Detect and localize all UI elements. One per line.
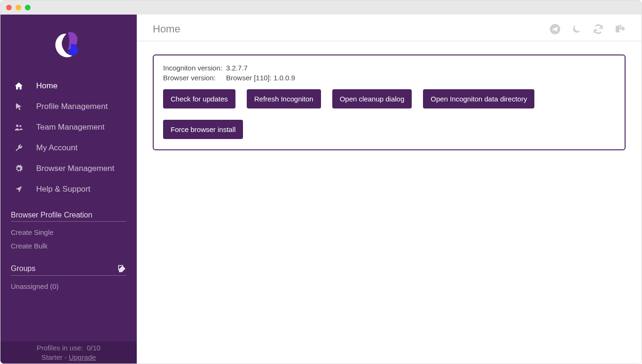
incogniton-version-label: Incogniton version: — [163, 64, 226, 72]
gear-icon — [13, 164, 25, 173]
profiles-in-use-value: 0/10 — [87, 344, 101, 352]
sidebar-item-label: Home — [36, 81, 57, 91]
separator: - — [63, 353, 69, 361]
topbar-icons — [549, 23, 626, 35]
app-body: Home Profile Management Team Management — [0, 15, 642, 364]
content: Home — [137, 15, 642, 364]
wrench-icon — [13, 144, 25, 152]
check-updates-button[interactable]: Check for updates — [163, 89, 235, 108]
group-unassigned-link[interactable]: Unassigned (0) — [11, 279, 126, 293]
version-info: Incogniton version: 3.2.7.7 Browser vers… — [163, 64, 615, 82]
users-icon — [13, 123, 25, 132]
sidebar-item-profile-management[interactable]: Profile Management — [0, 96, 137, 117]
section-title: Groups — [11, 264, 35, 273]
plan-name: Starter — [41, 353, 63, 361]
maximize-window-button[interactable] — [25, 5, 31, 10]
sidebar-section-profile-creation: Browser Profile Creation Create Single C… — [0, 211, 137, 253]
svg-point-1 — [19, 125, 21, 127]
open-cleanup-button[interactable]: Open cleanup dialog — [332, 89, 412, 108]
incogniton-logo-icon — [50, 29, 87, 66]
sidebar-nav: Home Profile Management Team Management — [0, 76, 137, 200]
sidebar-item-team-management[interactable]: Team Management — [0, 117, 137, 138]
browser-version-value: Browser [110]: 1.0.0.9 — [226, 74, 295, 82]
sidebar-item-label: My Account — [36, 143, 78, 153]
moon-icon[interactable] — [571, 23, 582, 35]
logout-icon[interactable] — [614, 23, 626, 35]
logo — [0, 15, 137, 76]
telegram-icon[interactable] — [549, 23, 561, 35]
topbar: Home — [137, 15, 642, 41]
refresh-incogniton-button[interactable]: Refresh Incogniton — [247, 89, 321, 108]
sidebar-item-my-account[interactable]: My Account — [0, 138, 137, 158]
sidebar-footer: Profiles in use: 0/10 Starter - Upgrade — [0, 341, 137, 364]
button-row: Check for updates Refresh Incogniton Ope… — [163, 89, 615, 139]
sidebar-item-label: Help & Support — [36, 185, 90, 194]
cursor-icon — [13, 102, 25, 111]
create-bulk-link[interactable]: Create Bulk — [11, 239, 126, 253]
minimize-window-button[interactable] — [16, 5, 21, 10]
open-data-directory-button[interactable]: Open Incogniton data directory — [423, 89, 534, 108]
page-title: Home — [153, 23, 180, 35]
section-title: Browser Profile Creation — [11, 211, 92, 219]
section-header: Groups — [11, 264, 126, 276]
sidebar-item-label: Browser Management — [36, 164, 114, 173]
home-icon — [13, 81, 25, 91]
profiles-in-use-label: Profiles in use: — [37, 344, 83, 352]
version-panel: Incogniton version: 3.2.7.7 Browser vers… — [153, 54, 626, 150]
location-arrow-icon — [13, 185, 25, 194]
sidebar-item-home[interactable]: Home — [0, 76, 137, 96]
force-browser-install-button[interactable]: Force browser install — [163, 120, 243, 139]
refresh-icon[interactable] — [593, 23, 604, 35]
incogniton-version-value: 3.2.7.7 — [226, 64, 248, 72]
sidebar-item-label: Team Management — [36, 123, 105, 132]
info-row-incogniton: Incogniton version: 3.2.7.7 — [163, 64, 615, 72]
sidebar: Home Profile Management Team Management — [0, 15, 137, 364]
edit-groups-icon[interactable] — [117, 264, 126, 273]
main-panel-area: Incogniton version: 3.2.7.7 Browser vers… — [137, 41, 642, 163]
upgrade-link[interactable]: Upgrade — [69, 353, 96, 361]
create-single-link[interactable]: Create Single — [11, 225, 126, 239]
info-row-browser: Browser version: Browser [110]: 1.0.0.9 — [163, 74, 615, 82]
sidebar-section-groups: Groups Unassigned (0) — [0, 264, 137, 293]
sidebar-item-help-support[interactable]: Help & Support — [0, 179, 137, 200]
browser-version-label: Browser version: — [163, 74, 226, 82]
app-window: Home Profile Management Team Management — [0, 0, 642, 364]
titlebar — [0, 0, 642, 15]
sidebar-item-browser-management[interactable]: Browser Management — [0, 158, 137, 179]
svg-point-0 — [16, 124, 18, 127]
close-window-button[interactable] — [6, 5, 12, 10]
window-controls — [6, 5, 31, 10]
section-header: Browser Profile Creation — [11, 211, 126, 222]
sidebar-item-label: Profile Management — [36, 102, 108, 111]
